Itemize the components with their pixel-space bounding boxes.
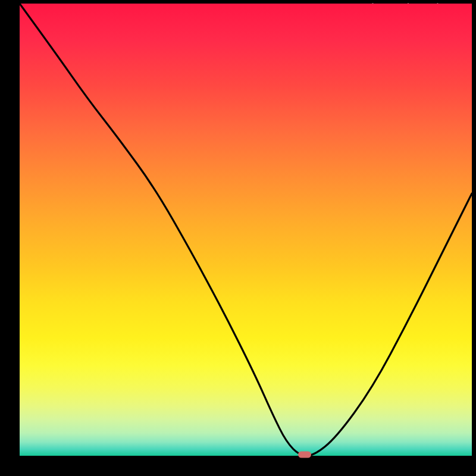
bottleneck-chart: [20, 4, 472, 456]
optimal-point-marker: [298, 452, 311, 458]
bottleneck-curve-path: [20, 4, 472, 456]
bottleneck-curve-svg: [20, 4, 472, 456]
